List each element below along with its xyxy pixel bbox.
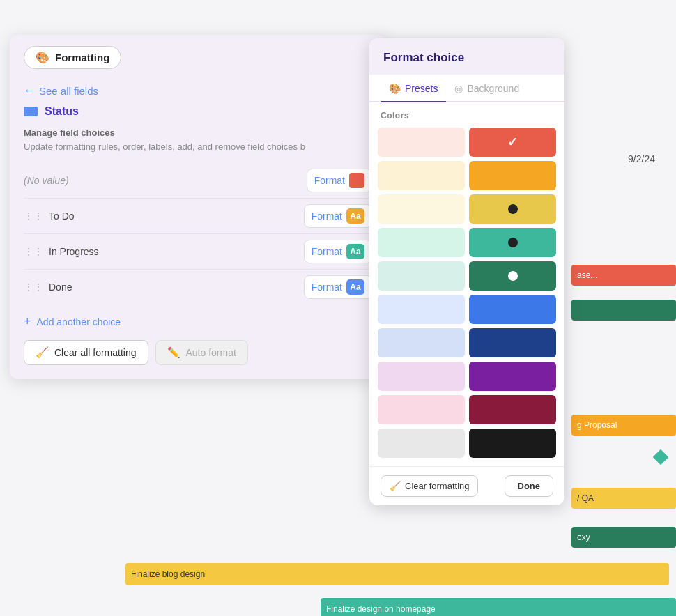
status-row: Status: [10, 100, 386, 128]
choice-label-done: Done: [49, 282, 72, 293]
cal-bar-2: [571, 300, 676, 321]
format-choice-tabs: 🎨 Presets ◎ Background: [369, 75, 564, 102]
manage-section: Manage field choices Update formatting r…: [10, 128, 386, 163]
clear-formatting-button[interactable]: 🧹 Clear formatting: [381, 475, 478, 497]
color-cell-4-left[interactable]: [378, 261, 465, 291]
see-all-fields-link[interactable]: ← See all fields: [10, 77, 386, 100]
clear-formatting-label: Clear formatting: [405, 481, 469, 491]
choice-drag-todo: ⋮⋮ To Do: [24, 210, 75, 222]
plus-icon: +: [24, 314, 31, 329]
add-choice-row[interactable]: + Add another choice: [10, 305, 386, 329]
format-button-done[interactable]: Format Aa: [304, 275, 372, 299]
back-arrow-icon: ←: [24, 84, 35, 97]
cal-bar-1: ase...: [571, 265, 676, 286]
aa-badge-in-progress: Aa: [346, 244, 364, 259]
choice-drag-in-progress: ⋮⋮ In Progress: [24, 246, 99, 257]
color-grid: [369, 125, 564, 466]
colors-section-label: Colors: [369, 102, 564, 125]
choice-row-no-value: (No value) Format: [24, 163, 372, 199]
tab-background[interactable]: ◎ Background: [446, 75, 528, 102]
choice-row-todo: ⋮⋮ To Do Format Aa: [24, 199, 372, 234]
color-cell-5-right[interactable]: [469, 295, 556, 324]
format-label-0: Format: [314, 175, 345, 186]
done-button[interactable]: Done: [505, 475, 554, 497]
cal-bar-5: oxy: [571, 527, 676, 548]
color-cell-4-right[interactable]: [469, 261, 556, 291]
color-cell-7-left[interactable]: [378, 362, 465, 391]
diamond-icon: [653, 449, 669, 465]
choice-label-no-value: (No value): [24, 175, 69, 186]
cal-bar-finalize-blog: Finalize blog design: [125, 563, 669, 585]
formatting-header: 🎨 Formatting: [10, 35, 386, 77]
auto-format-label: Auto format: [186, 347, 236, 358]
status-field-label: Status: [45, 105, 79, 118]
choice-row-done: ⋮⋮ Done Format Aa: [24, 270, 372, 305]
drag-handle-todo[interactable]: ⋮⋮: [24, 210, 43, 222]
color-cell-6-right[interactable]: [469, 328, 556, 357]
color-cell-3-right[interactable]: [469, 228, 556, 257]
clear-all-formatting-button[interactable]: 🧹 Clear all formatting: [24, 340, 148, 365]
cal-bar-4: / QA: [571, 488, 676, 509]
format-label-2: Format: [312, 246, 342, 257]
color-swatch-0: [349, 173, 364, 188]
auto-format-button[interactable]: ✏️ Auto format: [155, 340, 248, 365]
color-cell-0-left[interactable]: [378, 128, 465, 157]
color-cell-0-right[interactable]: [469, 128, 556, 157]
calendar-date: 9/2/24: [628, 153, 655, 164]
format-choice-footer: 🧹 Clear formatting Done: [369, 466, 564, 505]
aa-badge-todo: Aa: [346, 208, 364, 224]
format-button-no-value[interactable]: Format: [307, 169, 372, 192]
color-cell-2-left[interactable]: [378, 194, 465, 224]
color-cell-7-right[interactable]: [469, 362, 556, 391]
color-cell-3-left[interactable]: [378, 228, 465, 257]
color-cell-8-right[interactable]: [469, 395, 556, 424]
manage-desc: Update formatting rules, order, labels, …: [24, 141, 372, 153]
manage-title: Manage field choices: [24, 128, 372, 138]
color-cell-1-right[interactable]: [469, 161, 556, 190]
bottom-actions: 🧹 Clear all formatting ✏️ Auto format: [10, 329, 386, 365]
clear-all-icon: 🧹: [36, 346, 49, 359]
choice-row-in-progress: ⋮⋮ In Progress Format Aa: [24, 234, 372, 270]
drag-handle-in-progress[interactable]: ⋮⋮: [24, 246, 43, 257]
format-label-1: Format: [312, 210, 342, 222]
background-tab-icon: ◎: [454, 83, 463, 94]
palette-icon: 🎨: [36, 51, 49, 64]
formatting-title: Formatting: [55, 52, 109, 63]
color-cell-5-left[interactable]: [378, 295, 465, 324]
format-button-todo[interactable]: Format Aa: [304, 204, 372, 228]
color-cell-6-left[interactable]: [378, 328, 465, 357]
clear-fmt-icon: 🧹: [390, 481, 401, 491]
background-tab-label: Background: [467, 83, 519, 94]
formatting-panel: 🎨 Formatting ← See all fields Status Man…: [10, 35, 386, 379]
format-choice-panel: Format choice 🎨 Presets ◎ Background Col…: [369, 38, 564, 505]
auto-format-icon: ✏️: [167, 346, 180, 359]
tab-presets[interactable]: 🎨 Presets: [381, 75, 446, 102]
color-cell-9-left[interactable]: [378, 429, 465, 458]
choice-label-todo: To Do: [49, 210, 75, 222]
cal-bar-finalize-homepage: Finalize design on homepage: [321, 598, 676, 616]
back-link-label: See all fields: [39, 85, 98, 97]
done-label: Done: [518, 481, 541, 491]
format-choice-title: Format choice: [383, 51, 551, 65]
presets-tab-icon: 🎨: [389, 83, 401, 94]
clear-all-label: Clear all formatting: [54, 347, 137, 358]
color-cell-9-right[interactable]: [469, 429, 556, 458]
presets-tab-label: Presets: [405, 83, 438, 94]
cal-bar-3: g Proposal: [571, 415, 676, 436]
choice-label-in-progress: In Progress: [49, 246, 99, 257]
choice-drag-done: ⋮⋮ Done: [24, 282, 72, 293]
format-button-in-progress[interactable]: Format Aa: [304, 240, 372, 263]
format-choice-header: Format choice: [369, 38, 564, 75]
status-field-icon: [24, 107, 38, 116]
color-cell-2-right[interactable]: [469, 194, 556, 224]
formatting-title-button[interactable]: 🎨 Formatting: [24, 46, 121, 69]
format-label-3: Format: [312, 282, 342, 293]
color-cell-1-left[interactable]: [378, 161, 465, 190]
color-cell-8-left[interactable]: [378, 395, 465, 424]
choices-list: (No value) Format ⋮⋮ To Do Format Aa ⋮⋮ …: [10, 163, 386, 305]
drag-handle-done[interactable]: ⋮⋮: [24, 282, 43, 293]
add-choice-label: Add another choice: [37, 316, 121, 328]
aa-badge-done: Aa: [346, 279, 364, 295]
